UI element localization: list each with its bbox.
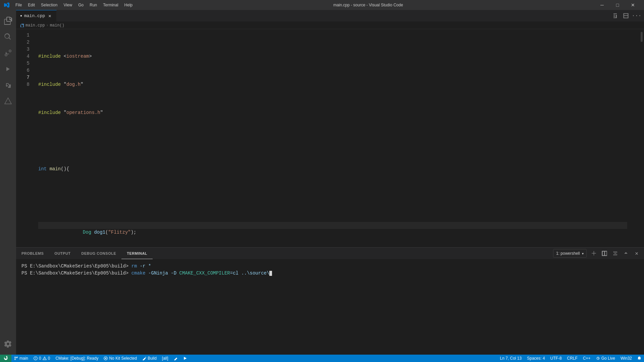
tab-label: main.cpp [24,13,45,18]
status-bar: main 0 0 CMake: [Debug]: Ready No Kit Se… [0,355,644,362]
cmake-icon [4,97,12,105]
warnings-label: 0 [48,356,50,361]
tab-close-button[interactable]: ✕ [47,13,52,19]
activity-explorer[interactable] [0,13,16,29]
code-content[interactable]: #include <iostream> #include "dog.h" #in… [33,29,627,247]
cmake-status[interactable]: CMake: [Debug]: Ready [53,355,101,362]
platform-status[interactable]: Win32 [618,356,635,361]
line-col-status[interactable]: Ln 7, Col 13 [497,356,525,361]
menu-selection[interactable]: Selection [38,2,60,8]
tab-output[interactable]: OUTPUT [49,248,76,259]
panel-tabs: PROBLEMS OUTPUT DEBUG CONSOLE TERMINAL 1… [16,248,644,259]
activity-run[interactable] [0,61,16,77]
window-controls: ─ □ ✕ [594,0,641,10]
window-title: main.cpp - source - Visual Studio Code [142,3,594,7]
editor-scrollbar[interactable] [639,29,644,247]
activity-extensions[interactable] [0,77,16,93]
main-layout: ● main.cpp ✕ ··· main.cpp [0,10,644,355]
files-icon [4,17,12,25]
line-num-4: 4 [16,53,30,60]
editor-scrollbar-thumb [641,32,643,42]
activity-settings[interactable] [0,336,16,352]
activity-bottom [0,336,16,352]
svg-point-8 [44,359,45,359]
panel-area: PROBLEMS OUTPUT DEBUG CONSOLE TERMINAL 1… [16,247,644,355]
tab-problems[interactable]: PROBLEMS [16,248,49,259]
extensions-icon [4,81,12,89]
toggle-panel-button[interactable] [621,11,631,20]
menu-file[interactable]: File [13,2,24,8]
no-kit-label: No Kit Selected [109,356,137,361]
tab-terminal[interactable]: TERMINAL [121,248,153,259]
svg-point-3 [15,357,16,358]
code-line-7: Dog dog1("Flitzy"); [38,222,627,229]
notifications-status[interactable] [635,356,644,360]
menu-edit[interactable]: Edit [25,2,38,8]
encoding-label: UTF-8 [550,356,562,361]
breadcrumb-file[interactable]: main.cpp [20,23,45,28]
code-line-2: #include "dog.h" [38,81,627,88]
spaces-status[interactable]: Spaces: 4 [524,356,547,361]
menu-terminal[interactable]: Terminal [100,2,121,8]
language-status[interactable]: C++ [580,356,593,361]
breadcrumb-function[interactable]: main() [50,23,64,28]
terminal-content[interactable]: PS E:\Sandbox\CMakeSeries\Ep005\build> r… [16,259,644,355]
menu-view[interactable]: View [61,2,75,8]
app-icon [3,2,10,8]
line-num-2: 2 [16,39,30,46]
line-num-7: 7 [16,74,30,81]
line-num-5: 5 [16,60,30,67]
encoding-status[interactable]: UTF-8 [548,356,565,361]
maximize-button[interactable]: □ [610,0,625,10]
code-editor[interactable]: 1 2 3 4 5 6 7 8 #include <iostream> #inc… [16,29,644,247]
svg-point-0 [5,54,7,56]
close-panel-button[interactable]: ✕ [632,249,641,258]
line-col-label: Ln 7, Col 13 [500,356,522,361]
status-right: Ln 7, Col 13 Spaces: 4 UTF-8 CRLF C++ Go… [497,356,644,361]
source-control-icon [4,49,12,57]
no-kit-status[interactable]: No Kit Selected [101,355,140,362]
code-line-4 [38,137,627,144]
cmake-run-status[interactable] [171,355,180,362]
line-num-3: 3 [16,46,30,53]
tab-main-cpp[interactable]: ● main.cpp ✕ [16,10,57,21]
close-button[interactable]: ✕ [625,0,641,10]
activity-cmake[interactable] [0,93,16,109]
menu-run[interactable]: Run [87,2,100,8]
dropdown-chevron-icon: ▾ [582,252,584,255]
breadcrumb: main.cpp › main() [16,22,644,29]
menu-help[interactable]: Help [122,2,136,8]
remote-status[interactable] [0,355,11,362]
new-terminal-button[interactable] [589,249,598,258]
run-status[interactable] [180,355,190,362]
maximize-panel-button[interactable] [621,249,631,258]
minimize-button[interactable]: ─ [594,0,610,10]
split-terminal-button[interactable] [600,249,609,258]
activity-search[interactable] [0,29,16,45]
errors-status[interactable]: 0 0 [31,355,53,362]
kill-terminal-button[interactable] [610,249,620,258]
git-branch-label: main [19,356,28,361]
go-live-status[interactable]: Go Live [593,356,618,361]
build-variant-status[interactable]: [all] [159,355,171,362]
split-editor-button[interactable] [610,11,620,20]
build-status[interactable]: Build [140,355,159,362]
terminal-name: 1: powershell [556,251,580,256]
line-ending-status[interactable]: CRLF [565,356,580,361]
line-numbers: 1 2 3 4 5 6 7 8 [16,29,33,247]
git-branch-status[interactable]: main [11,355,31,362]
menu-go[interactable]: Go [75,2,86,8]
svg-marker-2 [5,98,11,104]
run-debug-icon [4,65,12,73]
activity-source-control[interactable] [0,45,16,61]
terminal-line-1: PS E:\Sandbox\CMakeSeries\Ep005\build> r… [21,263,639,270]
svg-point-4 [15,359,16,360]
language-label: C++ [583,356,591,361]
panel-actions: 1: powershell ▾ [549,248,644,259]
breadcrumb-separator: › [46,23,49,28]
search-icon [4,33,12,41]
tab-debug-console[interactable]: DEBUG CONSOLE [76,248,122,259]
terminal-dropdown[interactable]: 1: powershell ▾ [553,249,587,258]
more-actions-button[interactable]: ··· [632,11,641,20]
line-ending-label: CRLF [567,356,578,361]
